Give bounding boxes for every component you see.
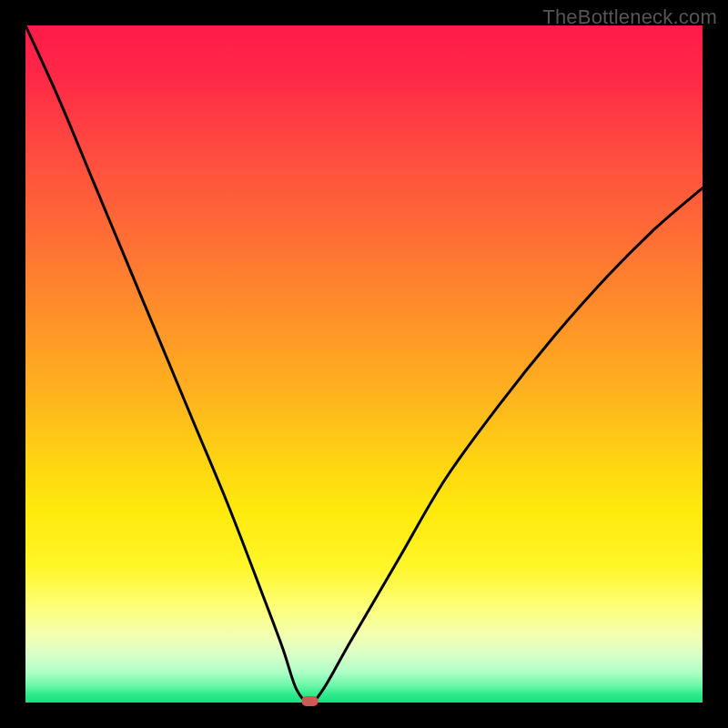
bottleneck-curve	[25, 25, 703, 703]
plot-area	[25, 25, 703, 703]
chart-frame: TheBottleneck.com	[0, 0, 728, 728]
watermark-text: TheBottleneck.com	[542, 5, 717, 29]
minimum-marker	[302, 696, 318, 706]
curve-layer	[25, 25, 703, 703]
